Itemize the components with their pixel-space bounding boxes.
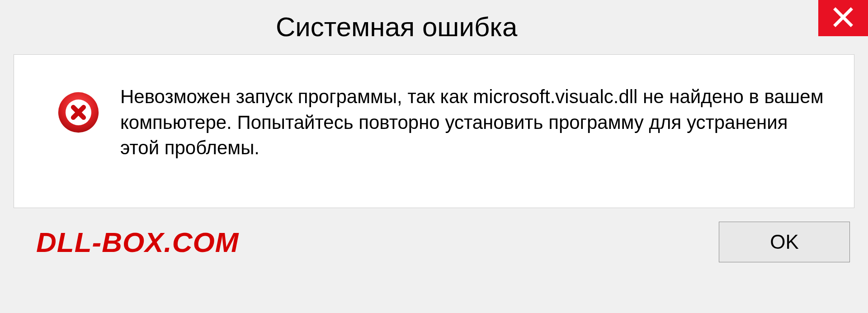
error-icon <box>57 82 100 136</box>
dialog-title: Системная ошибка <box>276 9 517 41</box>
dialog-content: Невозможен запуск программы, так как mic… <box>14 54 854 208</box>
ok-button[interactable]: OK <box>719 222 850 262</box>
close-icon <box>832 6 854 30</box>
error-dialog: Системная ошибка <box>0 0 868 313</box>
watermark-text: DLL-BOX.COM <box>36 226 239 258</box>
close-button[interactable] <box>818 0 868 36</box>
error-message: Невозможен запуск программы, так как mic… <box>120 82 831 161</box>
dialog-footer: DLL-BOX.COM OK <box>14 222 854 262</box>
dialog-titlebar: Системная ошибка <box>0 0 868 50</box>
